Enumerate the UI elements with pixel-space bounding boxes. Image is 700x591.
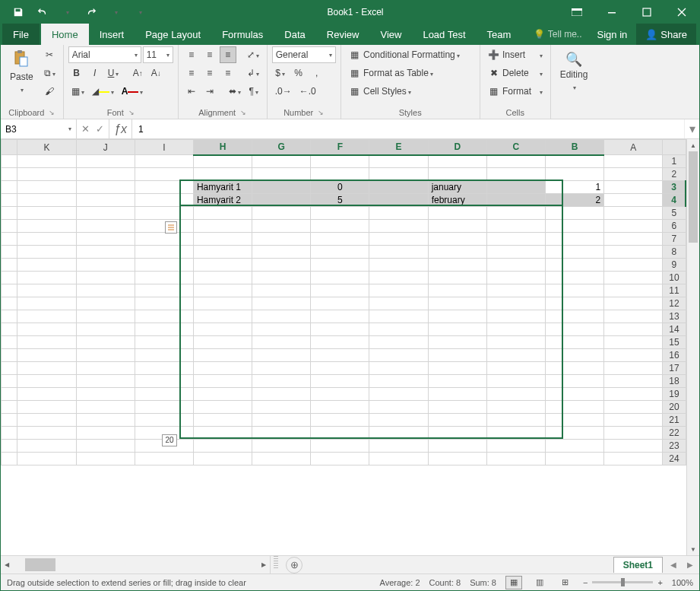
column-header-C[interactable]: C (486, 140, 545, 155)
zoom-in-button[interactable]: + (657, 578, 662, 587)
cell-I6[interactable] (135, 220, 193, 233)
cell-G13[interactable] (252, 310, 311, 323)
row-header-6[interactable]: 6 (663, 220, 686, 233)
vertical-scrollbar[interactable]: ▲ ▼ (686, 139, 699, 555)
cell-C18[interactable] (486, 375, 545, 388)
cell-H12[interactable] (193, 297, 252, 310)
scroll-down-arrow[interactable]: ▼ (687, 543, 699, 555)
cell-I24[interactable] (135, 453, 193, 465)
cell-I14[interactable] (135, 323, 193, 336)
cell-J21[interactable] (76, 414, 135, 427)
cell-E3[interactable] (369, 181, 428, 194)
decrease-indent-button[interactable]: ⇤ (183, 83, 200, 100)
row-header-16[interactable]: 16 (663, 349, 686, 362)
alignment-launcher[interactable]: ↘ (240, 109, 246, 116)
cell-B19[interactable] (545, 388, 603, 401)
cell-H16[interactable] (193, 349, 252, 362)
cell-D22[interactable] (428, 427, 486, 440)
cell-styles-button[interactable]: ▦ Cell Styles (346, 83, 475, 100)
number-format-combo[interactable]: General▾ (272, 46, 336, 63)
view-page-layout-button[interactable]: ▥ (531, 576, 548, 589)
align-left-button[interactable]: ≡ (183, 65, 200, 81)
italic-button[interactable]: I (87, 65, 103, 81)
cell-A5[interactable] (604, 207, 663, 220)
cell-A14[interactable] (604, 323, 663, 336)
cell-F11[interactable] (311, 284, 369, 297)
align-top-button[interactable]: ≡ (183, 46, 200, 63)
cell-H22[interactable] (193, 427, 252, 440)
cell-I9[interactable] (135, 259, 193, 272)
maximize-button[interactable] (629, 1, 664, 24)
column-header-K[interactable]: K (17, 140, 76, 155)
cell-B20[interactable] (545, 401, 603, 414)
cell-I4[interactable] (135, 194, 193, 207)
cell-A22[interactable] (604, 427, 663, 440)
cell-D17[interactable] (428, 362, 486, 375)
copy-button[interactable]: ⧉ (41, 65, 59, 81)
cell-B1[interactable] (545, 155, 603, 168)
cell-K13[interactable] (17, 310, 76, 323)
font-launcher[interactable]: ↘ (128, 109, 135, 116)
row-header-20[interactable]: 20 (663, 401, 686, 414)
cell-F9[interactable] (311, 259, 369, 272)
cell-K1[interactable] (17, 155, 76, 168)
cell-J12[interactable] (76, 297, 135, 310)
cell-D7[interactable] (428, 233, 486, 246)
cell-C17[interactable] (486, 362, 545, 375)
cell-I13[interactable] (135, 310, 193, 323)
align-center-button[interactable]: ≡ (201, 65, 218, 81)
cell-A24[interactable] (604, 453, 663, 465)
tab-review[interactable]: Review (316, 24, 370, 45)
row-header-3[interactable]: 3 (663, 181, 686, 194)
sheet-nav-prev[interactable]: ◀ (667, 561, 679, 569)
cell-G4[interactable] (252, 194, 311, 207)
cell-K8[interactable] (17, 246, 76, 259)
cell-C23[interactable] (486, 440, 545, 453)
cell-B4[interactable]: 2 (545, 194, 603, 207)
cell-K6[interactable] (17, 220, 76, 233)
cell-G6[interactable] (252, 220, 311, 233)
autofill-options-icon[interactable] (165, 221, 177, 234)
select-all-corner[interactable] (2, 140, 17, 155)
cell-B2[interactable] (545, 168, 603, 181)
cell-F20[interactable] (311, 401, 369, 414)
column-header-H[interactable]: H (193, 140, 252, 155)
cell-J6[interactable] (76, 220, 135, 233)
cell-F7[interactable] (311, 233, 369, 246)
cell-H7[interactable] (193, 233, 252, 246)
cell-E14[interactable] (369, 323, 428, 336)
cell-B8[interactable] (545, 246, 603, 259)
cell-F10[interactable] (311, 272, 369, 284)
zoom-level[interactable]: 100% (672, 578, 693, 587)
cell-H15[interactable] (193, 336, 252, 349)
cell-J1[interactable] (76, 155, 135, 168)
cell-I7[interactable] (135, 233, 193, 246)
cell-D9[interactable] (428, 259, 486, 272)
cell-H8[interactable] (193, 246, 252, 259)
cell-D4[interactable]: february (428, 194, 486, 207)
cell-H19[interactable] (193, 388, 252, 401)
cell-H20[interactable] (193, 401, 252, 414)
hscroll-left-arrow[interactable]: ◀ (1, 561, 13, 568)
cell-A4[interactable] (604, 194, 663, 207)
cell-I12[interactable] (135, 297, 193, 310)
row-header-23[interactable]: 23 (663, 440, 686, 453)
view-normal-button[interactable]: ▦ (505, 576, 522, 589)
conditional-formatting-button[interactable]: ▦ Conditional Formatting (346, 46, 475, 63)
cell-B24[interactable] (545, 453, 603, 465)
cell-F3[interactable]: 0 (311, 181, 369, 194)
cell-H4[interactable]: Hamyarit 2 (193, 194, 252, 207)
row-header-4[interactable]: 4 (663, 194, 686, 207)
align-middle-button[interactable]: ≡ (201, 46, 218, 63)
cell-C8[interactable] (486, 246, 545, 259)
cell-G7[interactable] (252, 233, 311, 246)
cell-K3[interactable] (17, 181, 76, 194)
undo-dropdown[interactable] (55, 1, 78, 24)
cell-I8[interactable] (135, 246, 193, 259)
cell-H24[interactable] (193, 453, 252, 465)
cell-G16[interactable] (252, 349, 311, 362)
cell-B13[interactable] (545, 310, 603, 323)
orientation-button[interactable]: ⤢ (244, 46, 262, 63)
cell-C10[interactable] (486, 272, 545, 284)
cell-J23[interactable] (76, 440, 135, 453)
